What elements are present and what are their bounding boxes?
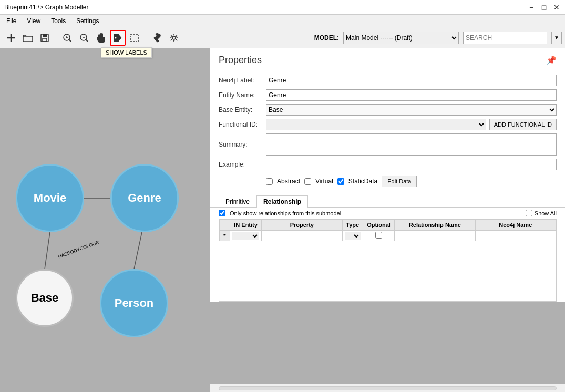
col-header-neo4j-name: Neo4j Name — [475, 220, 556, 231]
summary-input[interactable] — [266, 133, 557, 156]
menu-settings[interactable]: Settings — [72, 16, 103, 26]
node-base[interactable]: Base — [16, 269, 74, 327]
summary-row: Summary: — [219, 133, 557, 156]
row-optional[interactable] — [363, 231, 395, 241]
new-button[interactable] — [3, 30, 19, 46]
col-header-optional: Optional — [363, 220, 395, 231]
bottom-scrollbar[interactable] — [210, 384, 565, 392]
hand-tool-button[interactable] — [93, 30, 109, 46]
functional-id-controls: ADD FUNCTIONAL ID — [266, 119, 557, 130]
property-input[interactable] — [264, 233, 340, 239]
zoom-in-button[interactable] — [59, 30, 75, 46]
tab-primitive[interactable]: Primitive — [219, 195, 256, 208]
node-movie[interactable]: Movie — [16, 164, 84, 232]
properties-form: Neo4j Label: Entity Name: Base Entity: B… — [210, 70, 565, 193]
neo4j-label-row: Neo4j Label: — [219, 75, 557, 86]
menu-tools[interactable]: Tools — [47, 16, 70, 26]
example-row: Example: — [219, 159, 557, 170]
show-labels-button[interactable] — [110, 30, 126, 46]
model-section: MODEL: Main Model ------ (Draft) ▼ — [314, 32, 562, 44]
functional-id-row: Functional ID: ADD FUNCTIONAL ID — [219, 119, 557, 130]
row-property[interactable] — [262, 231, 342, 241]
close-button[interactable]: ✕ — [552, 3, 561, 12]
example-input[interactable] — [266, 159, 557, 170]
col-header-type: Type — [342, 220, 363, 231]
row-rel-name[interactable] — [395, 231, 475, 241]
virtual-label: Virtual — [315, 178, 333, 185]
submodel-filter-checkbox[interactable] — [219, 210, 225, 216]
show-all-label: Show All — [535, 210, 557, 216]
select-tool-button[interactable] — [127, 30, 142, 46]
functional-id-select[interactable] — [266, 119, 486, 130]
wrench-button[interactable] — [149, 30, 165, 46]
row-neo4j-name[interactable] — [475, 231, 556, 241]
virtual-checkbox[interactable] — [304, 178, 311, 185]
sep1 — [56, 32, 56, 44]
model-label: MODEL: — [314, 34, 339, 42]
search-dropdown-button[interactable]: ▼ — [551, 32, 562, 44]
show-all-checkbox[interactable] — [526, 210, 532, 216]
maximize-button[interactable]: □ — [540, 3, 548, 12]
svg-line-9 — [69, 39, 71, 42]
title-bar: Blueprint41:\> Graph Modeller − □ ✕ — [0, 0, 565, 15]
abstract-checkbox[interactable] — [266, 178, 273, 185]
main-content: HASBODYCOLOUR Movie Genre Base Person Pr… — [0, 48, 565, 392]
relationship-table-wrapper: IN Entity Property Type Optional Relatio… — [219, 219, 557, 302]
row-type[interactable] — [342, 231, 363, 241]
menu-bar: File View Tools Settings — [0, 15, 565, 27]
minimize-button[interactable]: − — [527, 3, 536, 12]
svg-rect-14 — [131, 34, 138, 42]
base-entity-row: Base Entity: Base — [219, 104, 557, 116]
type-select[interactable] — [345, 232, 361, 240]
relationship-area: Only show relationships from this submod… — [210, 208, 565, 392]
toolbar: SHOW LABELS MODEL: Main Model ------ (Dr… — [0, 27, 565, 48]
svg-line-17 — [45, 232, 50, 269]
scroll-track[interactable] — [219, 386, 557, 390]
functional-id-label: Functional ID: — [219, 121, 266, 128]
static-data-label: StaticData — [348, 178, 377, 185]
abstract-label: Abstract — [277, 178, 300, 185]
static-data-checkbox[interactable] — [337, 178, 344, 185]
add-functional-id-button[interactable]: ADD FUNCTIONAL ID — [489, 119, 557, 130]
in-entity-select[interactable] — [232, 232, 259, 240]
base-entity-select[interactable]: Base — [266, 104, 557, 116]
entity-name-input[interactable] — [266, 89, 557, 101]
tabs: Primitive Relationship — [210, 195, 565, 208]
neo4j-label-label: Neo4j Label: — [219, 77, 266, 84]
graph-canvas[interactable]: HASBODYCOLOUR Movie Genre Base Person — [0, 48, 210, 392]
row-in-entity[interactable] — [230, 231, 262, 241]
model-select[interactable]: Main Model ------ (Draft) — [343, 32, 459, 44]
open-button[interactable] — [20, 30, 36, 46]
col-header-property: Property — [262, 220, 342, 231]
svg-rect-4 — [43, 34, 47, 37]
menu-view[interactable]: View — [23, 16, 45, 26]
sep2 — [146, 32, 146, 44]
example-label: Example: — [219, 161, 266, 168]
properties-title: Properties — [219, 55, 262, 66]
gear-button[interactable] — [166, 30, 182, 46]
svg-line-19 — [134, 232, 142, 269]
app-title: Blueprint41:\> Graph Modeller — [4, 4, 88, 11]
base-entity-label: Base Entity: — [219, 106, 266, 114]
entity-name-row: Entity Name: — [219, 89, 557, 101]
save-button[interactable] — [37, 30, 53, 46]
edit-data-button[interactable]: Edit Data — [382, 176, 417, 187]
node-genre[interactable]: Genre — [110, 164, 179, 232]
tab-relationship[interactable]: Relationship — [256, 195, 308, 208]
neo4j-name-input[interactable] — [478, 233, 553, 239]
show-all-section: Show All — [526, 210, 557, 216]
optional-checkbox[interactable] — [375, 232, 382, 239]
table-empty-area — [210, 302, 565, 384]
node-person[interactable]: Person — [100, 269, 168, 337]
zoom-out-button[interactable] — [76, 30, 92, 46]
neo4j-label-input[interactable] — [266, 75, 557, 86]
properties-header: Properties 📌 — [210, 48, 565, 70]
rel-name-input[interactable] — [397, 233, 472, 239]
svg-line-12 — [86, 39, 88, 42]
submodel-filter-label: Only show relationships from this submod… — [230, 210, 341, 216]
col-header-marker — [220, 220, 230, 231]
properties-panel: Properties 📌 Neo4j Label: Entity Name: B… — [210, 48, 565, 392]
pin-icon[interactable]: 📌 — [546, 55, 557, 65]
menu-file[interactable]: File — [2, 16, 20, 26]
search-input[interactable] — [463, 32, 547, 44]
